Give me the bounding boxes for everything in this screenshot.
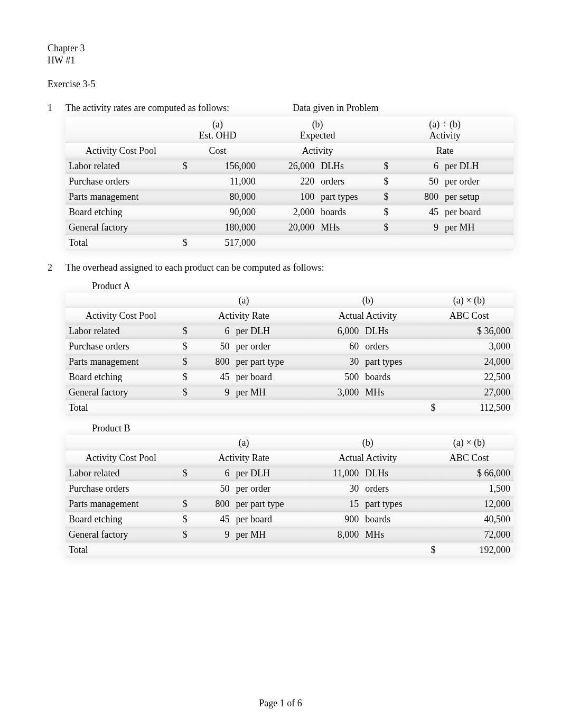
- q1-c: (a) ÷ (b): [379, 119, 510, 130]
- rate-cell: 800: [193, 354, 232, 370]
- col-a-head: (a) Est. OHD: [176, 117, 259, 143]
- qty-cell: 8,000: [311, 527, 362, 542]
- rate-currency-cell: $: [376, 159, 396, 174]
- table-row: Purchase orders50per order30orders1,500: [66, 481, 513, 496]
- currency-cell: $: [176, 324, 193, 339]
- currency-cell: $: [176, 339, 193, 354]
- currency-cell: [176, 205, 193, 220]
- currency-cell: $: [176, 370, 193, 385]
- pb-cost-head: ABC Cost: [425, 450, 513, 466]
- pool-cell: Board etching: [66, 205, 176, 220]
- cost-currency-cell: [425, 512, 442, 527]
- cost-cell: 90,000: [193, 205, 259, 220]
- table-row: General factory$9per MH8,000MHs72,000: [66, 527, 513, 542]
- question-1: 1 The activity rates are computed as fol…: [48, 103, 513, 251]
- rate-unit-cell: per board: [442, 205, 513, 220]
- rate-unit-cell: per part type: [232, 354, 311, 370]
- doc-header: Chapter 3 HW #1: [48, 42, 513, 66]
- rate-unit-cell: per MH: [232, 385, 311, 400]
- rate-currency-cell: $: [376, 189, 396, 205]
- rate-cell: 9: [193, 527, 232, 542]
- rate-cell: 6: [396, 159, 442, 174]
- product-b-table: (a) (b) (a) × (b) Activity Cost Pool Act…: [66, 435, 513, 558]
- unit-cell: MHs: [317, 220, 376, 235]
- cost-cell: 192,000: [442, 542, 513, 558]
- cost-currency-cell: [425, 466, 442, 481]
- rate-cell: 45: [193, 370, 232, 385]
- unit-cell: part types: [362, 496, 425, 512]
- q1-lead: The activity rates are computed as follo…: [66, 103, 229, 113]
- table-row: Labor related$156,00026,000DLHs$6per DLH: [66, 159, 513, 174]
- table-row: Board etching$45per board900boards40,500: [66, 512, 513, 527]
- cost-cell: 12,000: [442, 496, 513, 512]
- qty-cell: [311, 400, 362, 416]
- q1-b2: Expected: [262, 130, 373, 141]
- rate-unit-cell: per MH: [232, 527, 311, 542]
- rate-unit-cell: [232, 400, 311, 416]
- rate-cell: 6: [193, 466, 232, 481]
- currency-cell: $: [176, 466, 193, 481]
- currency-cell: $: [176, 385, 193, 400]
- qty-cell: 500: [311, 370, 362, 385]
- hw-label: HW #1: [48, 54, 513, 67]
- pool-cell: Total: [66, 235, 176, 251]
- cost-cell: 156,000: [193, 159, 259, 174]
- q1-c2: Activity: [379, 130, 510, 141]
- table-row: Parts management$800per part type30part …: [66, 354, 513, 370]
- pa-cost-head: ABC Cost: [425, 308, 513, 324]
- unit-cell: DLHs: [317, 159, 376, 174]
- unit-cell: DLHs: [362, 324, 425, 339]
- rate-cell: 800: [396, 189, 442, 205]
- rate-cell: 50: [193, 481, 232, 496]
- unit-cell: boards: [317, 205, 376, 220]
- exercise-title: Exercise 3-5: [48, 79, 513, 90]
- cost-cell: $ 66,000: [442, 466, 513, 481]
- currency-cell: [176, 189, 193, 205]
- unit-cell: orders: [317, 174, 376, 189]
- pool-cell: Purchase orders: [66, 339, 176, 354]
- activity-rates-table: (a) Est. OHD (b) Expected (a) ÷ (b) Acti…: [66, 117, 513, 251]
- rate-cell: [396, 235, 442, 251]
- unit-cell: MHs: [362, 385, 425, 400]
- unit-cell: part types: [362, 354, 425, 370]
- table-row: Total$112,500: [66, 400, 513, 416]
- q1-pool-head: Activity Cost Pool: [66, 143, 176, 159]
- pool-cell: Purchase orders: [66, 174, 176, 189]
- pool-cell: Board etching: [66, 370, 176, 385]
- pb-act-head: Actual Activity: [311, 450, 425, 466]
- q1-a2: Est. OHD: [180, 130, 256, 141]
- cost-cell: 517,000: [193, 235, 259, 251]
- cost-cell: 11,000: [193, 174, 259, 189]
- product-a-table: (a) (b) (a) × (b) Activity Cost Pool Act…: [66, 293, 513, 416]
- rate-currency-cell: [376, 235, 396, 251]
- cost-currency-cell: [425, 496, 442, 512]
- qty-cell: 60: [311, 339, 362, 354]
- pb-pool-head: Activity Cost Pool: [66, 450, 176, 466]
- rate-cell: 9: [396, 220, 442, 235]
- unit-cell: boards: [362, 512, 425, 527]
- cost-currency-cell: $: [425, 542, 442, 558]
- rate-currency-cell: $: [376, 220, 396, 235]
- cost-cell: 112,500: [442, 400, 513, 416]
- table-row: Board etching90,0002,000boards$45per boa…: [66, 205, 513, 220]
- qty-cell: 100: [259, 189, 317, 205]
- table-row: Board etching$45per board500boards22,500: [66, 370, 513, 385]
- pb-col-a: (a): [176, 435, 311, 450]
- pool-cell: Parts management: [66, 354, 176, 370]
- unit-cell: boards: [362, 370, 425, 385]
- pool-cell: Labor related: [66, 159, 176, 174]
- currency-cell: $: [176, 235, 193, 251]
- currency-cell: $: [176, 512, 193, 527]
- qty-cell: 220: [259, 174, 317, 189]
- pb-col-c: (a) × (b): [425, 435, 513, 450]
- q2-number: 2: [48, 262, 66, 273]
- cost-currency-cell: $: [425, 400, 442, 416]
- table-row: Parts management$800per part type15part …: [66, 496, 513, 512]
- pool-cell: Parts management: [66, 496, 176, 512]
- currency-cell: [176, 400, 193, 416]
- pa-col-c: (a) × (b): [425, 293, 513, 308]
- qty-cell: [311, 542, 362, 558]
- col-c-head: (a) ÷ (b) Activity: [376, 117, 513, 143]
- cost-cell: 72,000: [442, 527, 513, 542]
- pool-cell: Parts management: [66, 189, 176, 205]
